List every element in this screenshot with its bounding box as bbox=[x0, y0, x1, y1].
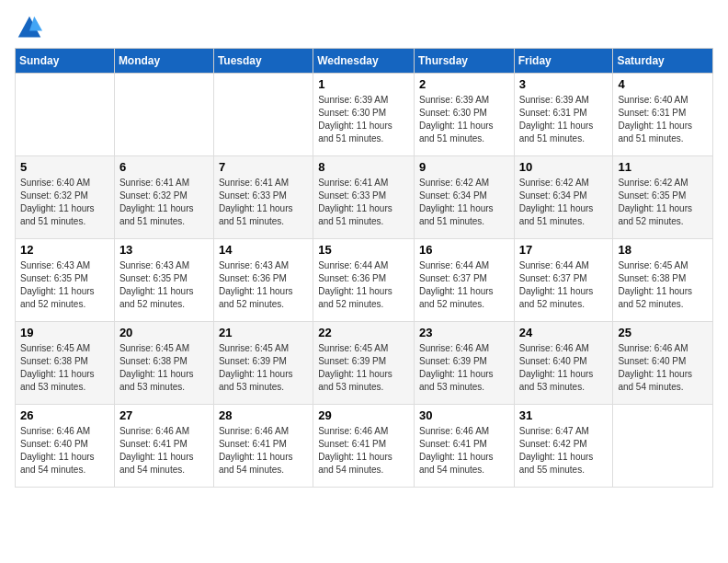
day-number: 15 bbox=[318, 243, 409, 257]
day-info: Sunrise: 6:45 AM Sunset: 6:39 PM Dayligh… bbox=[219, 342, 308, 394]
calendar-cell: 27Sunrise: 6:46 AM Sunset: 6:41 PM Dayli… bbox=[114, 405, 213, 488]
day-info: Sunrise: 6:39 AM Sunset: 6:30 PM Dayligh… bbox=[318, 94, 409, 145]
calendar-cell: 13Sunrise: 6:43 AM Sunset: 6:35 PM Dayli… bbox=[114, 239, 213, 322]
day-info: Sunrise: 6:47 AM Sunset: 6:42 PM Dayligh… bbox=[519, 425, 609, 477]
day-number: 28 bbox=[219, 408, 308, 422]
day-number: 11 bbox=[618, 160, 708, 174]
day-info: Sunrise: 6:46 AM Sunset: 6:41 PM Dayligh… bbox=[119, 425, 209, 477]
day-info: Sunrise: 6:45 AM Sunset: 6:38 PM Dayligh… bbox=[119, 342, 209, 394]
day-info: Sunrise: 6:40 AM Sunset: 6:32 PM Dayligh… bbox=[20, 177, 109, 228]
day-info: Sunrise: 6:46 AM Sunset: 6:40 PM Dayligh… bbox=[618, 342, 708, 394]
calendar-cell: 16Sunrise: 6:44 AM Sunset: 6:37 PM Dayli… bbox=[414, 239, 514, 322]
day-number: 12 bbox=[20, 243, 109, 257]
calendar-cell: 10Sunrise: 6:42 AM Sunset: 6:34 PM Dayli… bbox=[514, 156, 613, 239]
day-number: 24 bbox=[519, 326, 609, 339]
logo bbox=[15, 15, 42, 37]
day-of-week-header: Sunday bbox=[16, 49, 115, 74]
day-number: 8 bbox=[318, 160, 409, 174]
day-info: Sunrise: 6:46 AM Sunset: 6:41 PM Dayligh… bbox=[219, 425, 308, 477]
day-info: Sunrise: 6:43 AM Sunset: 6:36 PM Dayligh… bbox=[219, 259, 308, 311]
calendar-week-row: 12Sunrise: 6:43 AM Sunset: 6:35 PM Dayli… bbox=[16, 239, 713, 322]
day-of-week-header: Friday bbox=[514, 49, 613, 74]
day-info: Sunrise: 6:46 AM Sunset: 6:41 PM Dayligh… bbox=[419, 425, 509, 477]
calendar-cell: 8Sunrise: 6:41 AM Sunset: 6:33 PM Daylig… bbox=[313, 156, 415, 239]
calendar-cell: 24Sunrise: 6:46 AM Sunset: 6:40 PM Dayli… bbox=[514, 322, 613, 405]
calendar-week-row: 26Sunrise: 6:46 AM Sunset: 6:40 PM Dayli… bbox=[16, 405, 713, 488]
day-info: Sunrise: 6:44 AM Sunset: 6:37 PM Dayligh… bbox=[419, 259, 509, 311]
day-number: 20 bbox=[119, 326, 209, 339]
day-info: Sunrise: 6:41 AM Sunset: 6:32 PM Dayligh… bbox=[119, 177, 209, 228]
calendar-cell: 30Sunrise: 6:46 AM Sunset: 6:41 PM Dayli… bbox=[414, 405, 514, 488]
calendar-cell: 22Sunrise: 6:45 AM Sunset: 6:39 PM Dayli… bbox=[313, 322, 415, 405]
calendar-cell: 21Sunrise: 6:45 AM Sunset: 6:39 PM Dayli… bbox=[213, 322, 313, 405]
page-header bbox=[15, 15, 713, 37]
day-of-week-header: Monday bbox=[114, 49, 213, 74]
day-number: 1 bbox=[318, 77, 409, 91]
calendar-cell: 26Sunrise: 6:46 AM Sunset: 6:40 PM Dayli… bbox=[16, 405, 115, 488]
calendar-cell: 12Sunrise: 6:43 AM Sunset: 6:35 PM Dayli… bbox=[16, 239, 115, 322]
calendar-week-row: 5Sunrise: 6:40 AM Sunset: 6:32 PM Daylig… bbox=[16, 156, 713, 239]
calendar-cell: 1Sunrise: 6:39 AM Sunset: 6:30 PM Daylig… bbox=[313, 74, 415, 156]
day-info: Sunrise: 6:45 AM Sunset: 6:38 PM Dayligh… bbox=[20, 342, 109, 394]
calendar-cell: 9Sunrise: 6:42 AM Sunset: 6:34 PM Daylig… bbox=[414, 156, 514, 239]
day-info: Sunrise: 6:46 AM Sunset: 6:40 PM Dayligh… bbox=[20, 425, 109, 477]
day-number: 7 bbox=[219, 160, 308, 174]
day-info: Sunrise: 6:42 AM Sunset: 6:34 PM Dayligh… bbox=[519, 177, 609, 228]
day-info: Sunrise: 6:42 AM Sunset: 6:34 PM Dayligh… bbox=[419, 177, 509, 228]
day-info: Sunrise: 6:45 AM Sunset: 6:38 PM Dayligh… bbox=[618, 259, 708, 311]
calendar-cell: 15Sunrise: 6:44 AM Sunset: 6:36 PM Dayli… bbox=[313, 239, 415, 322]
calendar-cell: 11Sunrise: 6:42 AM Sunset: 6:35 PM Dayli… bbox=[613, 156, 713, 239]
day-info: Sunrise: 6:46 AM Sunset: 6:40 PM Dayligh… bbox=[519, 342, 609, 394]
day-number: 18 bbox=[618, 243, 708, 257]
day-info: Sunrise: 6:43 AM Sunset: 6:35 PM Dayligh… bbox=[119, 259, 209, 311]
day-info: Sunrise: 6:46 AM Sunset: 6:39 PM Dayligh… bbox=[419, 342, 509, 394]
day-number: 23 bbox=[419, 326, 509, 339]
day-number: 21 bbox=[219, 326, 308, 339]
calendar-cell: 7Sunrise: 6:41 AM Sunset: 6:33 PM Daylig… bbox=[213, 156, 313, 239]
day-info: Sunrise: 6:39 AM Sunset: 6:30 PM Dayligh… bbox=[419, 94, 509, 145]
calendar-week-row: 1Sunrise: 6:39 AM Sunset: 6:30 PM Daylig… bbox=[16, 74, 713, 156]
calendar-cell: 2Sunrise: 6:39 AM Sunset: 6:30 PM Daylig… bbox=[414, 74, 514, 156]
calendar-cell: 5Sunrise: 6:40 AM Sunset: 6:32 PM Daylig… bbox=[16, 156, 115, 239]
day-number: 31 bbox=[519, 408, 609, 422]
day-number: 26 bbox=[20, 408, 109, 422]
day-info: Sunrise: 6:41 AM Sunset: 6:33 PM Dayligh… bbox=[219, 177, 308, 228]
calendar-cell: 19Sunrise: 6:45 AM Sunset: 6:38 PM Dayli… bbox=[16, 322, 115, 405]
day-number: 29 bbox=[318, 408, 409, 422]
day-of-week-header: Saturday bbox=[613, 49, 713, 74]
day-info: Sunrise: 6:43 AM Sunset: 6:35 PM Dayligh… bbox=[20, 259, 109, 311]
calendar-cell: 4Sunrise: 6:40 AM Sunset: 6:31 PM Daylig… bbox=[613, 74, 713, 156]
day-number: 30 bbox=[419, 408, 509, 422]
calendar-cell: 6Sunrise: 6:41 AM Sunset: 6:32 PM Daylig… bbox=[114, 156, 213, 239]
day-number: 4 bbox=[618, 77, 708, 91]
day-info: Sunrise: 6:44 AM Sunset: 6:36 PM Dayligh… bbox=[318, 259, 409, 311]
calendar-cell: 3Sunrise: 6:39 AM Sunset: 6:31 PM Daylig… bbox=[514, 74, 613, 156]
calendar-cell bbox=[114, 74, 213, 156]
day-number: 22 bbox=[318, 326, 409, 339]
day-number: 2 bbox=[419, 77, 509, 91]
header-row: SundayMondayTuesdayWednesdayThursdayFrid… bbox=[16, 49, 713, 74]
calendar-cell bbox=[213, 74, 313, 156]
calendar-cell: 23Sunrise: 6:46 AM Sunset: 6:39 PM Dayli… bbox=[414, 322, 514, 405]
day-info: Sunrise: 6:40 AM Sunset: 6:31 PM Dayligh… bbox=[618, 94, 708, 145]
day-info: Sunrise: 6:41 AM Sunset: 6:33 PM Dayligh… bbox=[318, 177, 409, 228]
calendar-cell: 18Sunrise: 6:45 AM Sunset: 6:38 PM Dayli… bbox=[613, 239, 713, 322]
day-number: 19 bbox=[20, 326, 109, 339]
day-info: Sunrise: 6:42 AM Sunset: 6:35 PM Dayligh… bbox=[618, 177, 708, 228]
day-info: Sunrise: 6:44 AM Sunset: 6:37 PM Dayligh… bbox=[519, 259, 609, 311]
logo-icon bbox=[17, 15, 42, 40]
day-number: 13 bbox=[119, 243, 209, 257]
calendar-cell: 28Sunrise: 6:46 AM Sunset: 6:41 PM Dayli… bbox=[213, 405, 313, 488]
day-of-week-header: Thursday bbox=[414, 49, 514, 74]
day-number: 3 bbox=[519, 77, 609, 91]
day-number: 27 bbox=[119, 408, 209, 422]
calendar-cell: 20Sunrise: 6:45 AM Sunset: 6:38 PM Dayli… bbox=[114, 322, 213, 405]
day-number: 14 bbox=[219, 243, 308, 257]
calendar-cell bbox=[613, 405, 713, 488]
calendar-week-row: 19Sunrise: 6:45 AM Sunset: 6:38 PM Dayli… bbox=[16, 322, 713, 405]
calendar-cell: 31Sunrise: 6:47 AM Sunset: 6:42 PM Dayli… bbox=[514, 405, 613, 488]
day-info: Sunrise: 6:46 AM Sunset: 6:41 PM Dayligh… bbox=[318, 425, 409, 477]
day-of-week-header: Tuesday bbox=[213, 49, 313, 74]
calendar-cell: 25Sunrise: 6:46 AM Sunset: 6:40 PM Dayli… bbox=[613, 322, 713, 405]
calendar-table: SundayMondayTuesdayWednesdayThursdayFrid… bbox=[15, 48, 713, 488]
